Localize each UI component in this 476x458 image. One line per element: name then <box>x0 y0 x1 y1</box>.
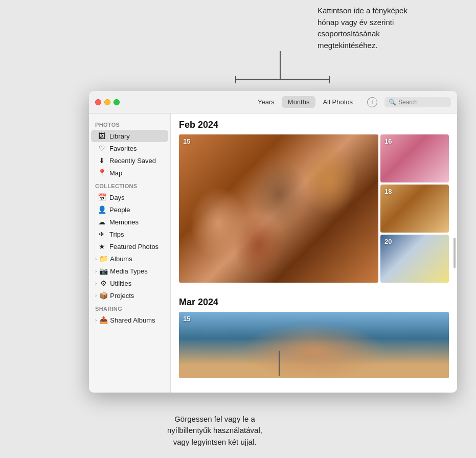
photo-side-18[interactable]: 18 <box>380 185 449 233</box>
photo-side-feb: 16 18 20 <box>380 134 449 283</box>
photo-main2-inner <box>179 312 449 378</box>
sidebar-section-label: Collections <box>89 179 170 191</box>
sidebar-icon: 📦 <box>99 291 108 300</box>
photo-day-16: 16 <box>384 138 392 145</box>
close-button[interactable] <box>95 99 101 105</box>
chevron-right-icon: › <box>95 281 97 286</box>
sidebar-item-label: Trips <box>109 231 124 238</box>
sidebar-item-utilities[interactable]: ›⚙Utilities <box>91 277 168 289</box>
sidebar-icon: ⬇ <box>97 156 106 165</box>
sidebar-icon: 📅 <box>97 193 106 201</box>
sidebar-item-label: Media Types <box>110 267 147 275</box>
sidebar-item-label: Shared Albums <box>110 316 155 324</box>
sidebar-icon: 📁 <box>99 255 108 263</box>
photo-day-18: 18 <box>384 188 392 195</box>
sidebar-item-map[interactable]: 📍Map <box>91 167 168 179</box>
sidebar-item-albums[interactable]: ›📁Albums <box>91 253 168 265</box>
photos-window: Years Months All Photos i 🔍 Photos🖼Libra… <box>89 91 457 393</box>
sidebar-item-label: People <box>109 206 130 214</box>
fullscreen-button[interactable] <box>114 99 120 105</box>
photo-day-15: 15 <box>183 138 190 145</box>
titlebar: Years Months All Photos i 🔍 <box>89 91 457 113</box>
toolbar-tabs: Years Months All Photos <box>252 96 359 108</box>
sidebar-icon: ✈ <box>97 230 106 238</box>
sidebar-item-featured-photos[interactable]: ★Featured Photos <box>91 240 168 253</box>
annotation-top: Kattintson ide a fényképek hónap vagy év… <box>318 5 461 51</box>
search-input[interactable] <box>398 99 449 106</box>
sidebar-item-label: Favorites <box>109 145 137 152</box>
sidebar-item-label: Library <box>109 132 130 140</box>
chevron-right-icon: › <box>95 256 97 262</box>
bracket-line-horizontal <box>235 79 330 80</box>
sidebar-item-people[interactable]: 👤People <box>91 203 168 216</box>
photo-grid-feb: 15 16 18 20 <box>179 134 449 283</box>
main-content: Feb 2024 15 16 18 20 <box>171 113 457 393</box>
sidebar-section-label: Photos <box>89 118 170 130</box>
traffic-lights <box>95 99 120 105</box>
photo-main-inner-feb <box>179 134 378 283</box>
sidebar-item-recently-saved[interactable]: ⬇Recently Saved <box>91 154 168 167</box>
scroll-indicator[interactable] <box>454 238 456 268</box>
chevron-right-icon: › <box>95 293 97 299</box>
photo-day-15-mar: 15 <box>183 315 190 323</box>
sidebar-item-days[interactable]: 📅Days <box>91 191 168 203</box>
sidebar-item-label: Recently Saved <box>109 157 156 165</box>
annotation-bottom: Görgessen fel vagy le a nyílbillentyűk h… <box>143 414 286 448</box>
bracket-line-vertical <box>280 51 281 80</box>
annotation-bottom-line <box>279 351 280 376</box>
sidebar-icon: 📷 <box>99 267 108 275</box>
chevron-right-icon: › <box>95 317 97 323</box>
chevron-right-icon: › <box>95 268 97 274</box>
tab-all-photos[interactable]: All Photos <box>316 96 359 108</box>
photo-grid-mar: 15 <box>179 312 449 378</box>
search-bar: 🔍 <box>384 97 451 107</box>
month-section-feb: Feb 2024 15 16 18 20 <box>171 113 457 283</box>
minimize-button[interactable] <box>104 99 110 105</box>
sidebar-item-label: Featured Photos <box>109 243 158 250</box>
sidebar-item-label: Memories <box>109 218 139 226</box>
info-button[interactable]: i <box>367 97 377 107</box>
photo-main-mar[interactable]: 15 <box>179 312 449 378</box>
sidebar-item-label: Map <box>109 169 122 177</box>
sidebar-item-projects[interactable]: ›📦Projects <box>91 289 168 302</box>
sidebar-item-label: Projects <box>110 292 134 300</box>
sidebar-item-memories[interactable]: ☁Memories <box>91 216 168 228</box>
sidebar-icon: 📤 <box>99 316 108 324</box>
sidebar-item-label: Utilities <box>110 280 131 287</box>
photo-side-16[interactable]: 16 <box>380 134 449 182</box>
tab-months[interactable]: Months <box>282 96 316 108</box>
search-icon: 🔍 <box>389 99 396 106</box>
sidebar-icon: 📍 <box>97 169 106 177</box>
sidebar-icon: ☁ <box>97 218 106 226</box>
sidebar-item-trips[interactable]: ✈Trips <box>91 228 168 240</box>
photo-side-20[interactable]: 20 <box>380 235 449 283</box>
sidebar-item-favorites[interactable]: ♡Favorites <box>91 142 168 154</box>
sidebar-icon: ♡ <box>97 144 106 152</box>
month-section-mar: Mar 2024 15 <box>171 291 457 378</box>
tab-years[interactable]: Years <box>252 96 281 108</box>
photo-day-20: 20 <box>384 238 392 245</box>
annotation-top-text: Kattintson ide a fényképek hónap vagy év… <box>318 6 407 50</box>
sidebar-icon: ⚙ <box>99 279 108 287</box>
sidebar-item-shared-albums[interactable]: ›📤Shared Albums <box>91 314 168 326</box>
sidebar-item-media-types[interactable]: ›📷Media Types <box>91 265 168 277</box>
month-label-mar: Mar 2024 <box>179 297 449 308</box>
window-body: Photos🖼Library♡Favorites⬇Recently Saved📍… <box>89 113 457 393</box>
sidebar-section-label: Sharing <box>89 302 170 314</box>
sidebar-icon: 👤 <box>97 205 106 214</box>
annotation-bottom-text: Görgessen fel vagy le a nyílbillentyűk h… <box>167 415 262 446</box>
month-label-feb: Feb 2024 <box>179 120 449 130</box>
sidebar-icon: 🖼 <box>97 132 106 140</box>
sidebar-item-label: Albums <box>110 255 132 263</box>
sidebar-item-label: Days <box>109 194 125 201</box>
photo-main-feb[interactable]: 15 <box>179 134 378 283</box>
sidebar-icon: ★ <box>97 242 106 250</box>
sidebar: Photos🖼Library♡Favorites⬇Recently Saved📍… <box>89 113 171 393</box>
sidebar-item-library[interactable]: 🖼Library <box>91 130 168 142</box>
